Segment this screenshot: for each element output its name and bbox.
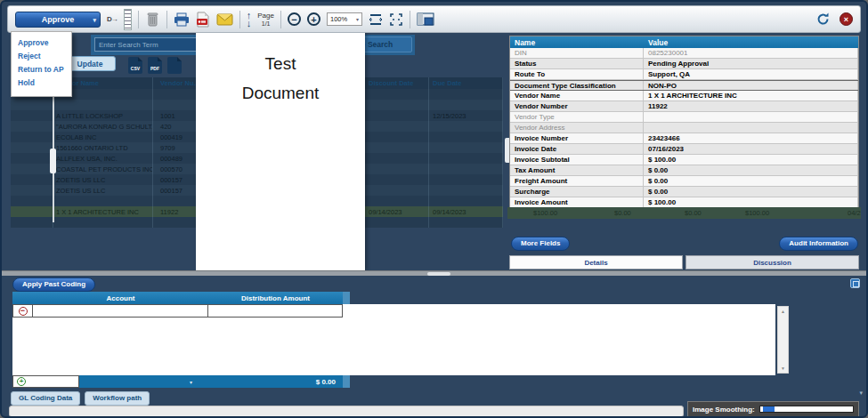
add-row-icon[interactable]: + xyxy=(17,377,26,386)
menu-item-reject[interactable]: Reject xyxy=(12,49,71,62)
scroll-down-icon[interactable]: ▼ xyxy=(779,366,787,371)
bottom-tabs: GL Coding Data Workflow path xyxy=(11,391,150,406)
tab-gl-coding-data[interactable]: GL Coding Data xyxy=(11,391,80,406)
selected-row-amounts: $100.00 $0.00 $0.00 $100.00 04/2 xyxy=(507,207,861,219)
col-distribution-amount[interactable]: Distribution Amount xyxy=(208,292,343,304)
slider-handle[interactable] xyxy=(763,406,775,412)
field-row-vendor-type[interactable]: Vendor Type xyxy=(510,112,858,123)
splitter-handle[interactable] xyxy=(427,272,450,276)
horizontal-splitter[interactable] xyxy=(2,270,866,276)
fit-width-icon[interactable] xyxy=(369,12,383,27)
approve-split-button[interactable]: Approve ▾ xyxy=(15,12,101,28)
name-value-table: Name Value DIN0825230001 StatusPending A… xyxy=(509,36,859,209)
audit-information-button[interactable]: Audit Information xyxy=(779,237,858,251)
approve-button-label: Approve xyxy=(42,15,75,24)
pdf-export-icon[interactable] xyxy=(196,12,210,28)
close-icon[interactable]: × xyxy=(840,12,853,26)
email-icon[interactable] xyxy=(216,13,233,26)
coding-table-header: Account Distribution Amount xyxy=(12,292,343,304)
tab-details[interactable]: Details xyxy=(509,255,683,269)
header-value: Value xyxy=(644,36,858,48)
distribution-amount-cell-input[interactable] xyxy=(208,304,343,318)
approve-dropdown-menu: Approve Reject Return to AP Hold xyxy=(11,31,72,97)
field-row-surcharge[interactable]: Surcharge$ 0.00 xyxy=(510,187,858,197)
field-row-vendor-number[interactable]: Vendor Number11922 xyxy=(510,101,858,112)
page-indicator: Page 1/1 xyxy=(257,12,274,28)
col-discount-date[interactable]: Discount Date xyxy=(360,77,429,89)
tab-discussion[interactable]: Discussion xyxy=(685,255,859,269)
grid-splitter-handle[interactable] xyxy=(50,149,56,173)
field-row-tax-amount[interactable]: Tax Amount$ 0.00 xyxy=(510,165,858,176)
header-sliver xyxy=(343,292,350,304)
refresh-icon[interactable] xyxy=(815,12,831,27)
export-pdf-icon[interactable]: PDF xyxy=(148,57,162,74)
chevron-down-icon[interactable]: ▾ xyxy=(190,379,192,385)
app-window: Approve ▾ D→ ↑ ↓ Page 1/1 − + xyxy=(0,0,868,418)
more-fields-button[interactable]: More Fields xyxy=(511,237,570,251)
col-due-date[interactable]: Due Date xyxy=(429,77,503,89)
chevron-down-icon[interactable]: ▾ xyxy=(859,390,863,397)
menu-item-approve[interactable]: Approve xyxy=(12,36,71,49)
toolbar-separator xyxy=(280,11,281,28)
field-row-vendor-name[interactable]: Vendor Name1 X 1 ARCHITECTURE INC xyxy=(510,91,858,101)
remove-row-cell: − xyxy=(12,304,33,318)
header-name: Name xyxy=(510,36,644,48)
zoom-level-select[interactable]: 100% ▾ xyxy=(327,12,362,26)
menu-item-return-to-ap[interactable]: Return to AP xyxy=(12,62,71,76)
field-row-invoice-date[interactable]: Invoice Date07/16/2023 xyxy=(510,144,858,155)
coding-row: − xyxy=(12,304,343,318)
field-row-doc-type[interactable]: Document Type ClassificationNON-PO xyxy=(510,80,858,91)
image-smoothing-control: Image Smoothing: xyxy=(687,401,859,417)
name-value-header: Name Value xyxy=(510,36,858,48)
toolbar-separator xyxy=(166,11,167,28)
field-row-invoice-subtotal[interactable]: Invoice Subtotal$ 100.00 xyxy=(510,155,858,165)
chevron-down-icon[interactable]: ▾ xyxy=(93,17,96,24)
zoom-out-icon[interactable]: − xyxy=(288,12,301,26)
toolbar-separator xyxy=(239,11,240,28)
image-smoothing-slider[interactable] xyxy=(759,406,854,413)
chevron-down-icon: ▾ xyxy=(356,16,359,22)
print-icon[interactable] xyxy=(174,12,190,27)
coding-total-bar: + ▾ $ 0.00 xyxy=(12,375,343,388)
export-icons: CSV PDF xyxy=(128,57,182,74)
menu-item-hold[interactable]: Hold xyxy=(12,76,71,89)
coding-scrollbar[interactable]: ▲ ▼ xyxy=(777,306,789,374)
col-account[interactable]: Account xyxy=(33,292,208,304)
field-row-freight-amount[interactable]: Freight Amount$ 0.00 xyxy=(510,176,858,187)
add-row-cell: + xyxy=(12,375,79,388)
ruler-icon[interactable] xyxy=(124,9,132,30)
route-document-icon[interactable]: D→ xyxy=(107,15,118,23)
search-input[interactable] xyxy=(94,37,207,52)
field-row-din[interactable]: DIN0825230001 xyxy=(510,48,858,59)
apply-past-coding-button[interactable]: Apply Past Coding xyxy=(12,277,95,292)
field-row-invoice-number[interactable]: Invoice Number23423466 xyxy=(510,133,858,144)
print-list-icon[interactable] xyxy=(167,57,182,74)
scroll-up-icon[interactable]: ▲ xyxy=(779,309,787,314)
account-cell-input[interactable] xyxy=(33,304,208,318)
image-smoothing-label: Image Smoothing: xyxy=(693,406,755,414)
page-down-icon[interactable]: ↓ xyxy=(247,20,252,28)
field-row-status[interactable]: StatusPending Approval xyxy=(510,59,858,69)
toolbar: Approve ▾ D→ ↑ ↓ Page 1/1 − + xyxy=(7,5,861,33)
distribution-total: $ 0.00 xyxy=(316,378,343,386)
remove-row-icon[interactable]: − xyxy=(19,307,28,316)
document-text-line2: Document xyxy=(242,84,320,103)
document-preview[interactable]: Test Document xyxy=(196,33,365,270)
details-tabs: Details Discussion xyxy=(509,255,859,269)
delete-trash-icon[interactable] xyxy=(145,11,160,28)
toolbar-separator xyxy=(410,11,410,28)
field-row-route-to[interactable]: Route ToSupport, QA xyxy=(510,69,858,80)
zoom-level-value: 100% xyxy=(330,15,347,23)
page-value: 1/1 xyxy=(262,20,271,28)
page-label: Page xyxy=(257,12,274,20)
thumbnail-layout-icon[interactable] xyxy=(417,12,434,26)
export-csv-icon[interactable]: CSV xyxy=(128,57,142,74)
tab-workflow-path[interactable]: Workflow path xyxy=(85,391,150,406)
panel-popout-icon[interactable] xyxy=(850,278,860,288)
zoom-in-icon[interactable]: + xyxy=(307,12,320,26)
gl-coding-panel: Apply Past Coding Account Distribution A… xyxy=(2,276,866,416)
fit-page-icon[interactable] xyxy=(389,12,403,27)
status-bar xyxy=(9,406,684,417)
document-text-line1: Test xyxy=(265,54,296,74)
field-row-vendor-address[interactable]: Vendor Address xyxy=(510,123,858,133)
